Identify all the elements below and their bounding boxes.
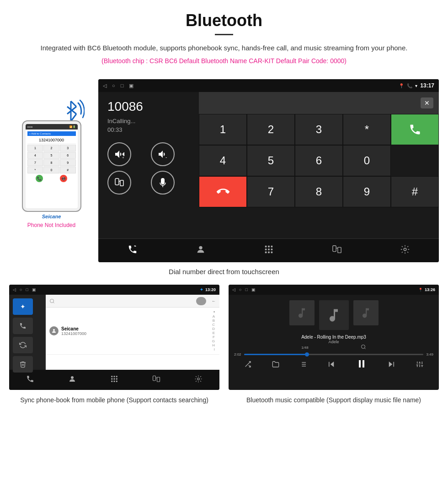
phonebook-screen: ◁ ○ □ ▣ ✦ 13:20 ✦ [9, 285, 219, 390]
pb-contact-row: Seicane 13241007000 * A B C D E F G [46, 308, 219, 355]
pb-nav-back[interactable]: ◁ [13, 287, 16, 292]
svg-rect-21 [271, 252, 272, 254]
music-nav-home[interactable]: ○ [239, 287, 241, 292]
status-time: 13:17 [420, 82, 434, 89]
phonebook-content: ✦ [9, 295, 219, 370]
svg-point-25 [404, 248, 406, 251]
music-progress-fill [244, 354, 307, 355]
pb-bt-btn[interactable]: ✦ [13, 298, 33, 315]
pb-contact-avatar [49, 326, 59, 335]
page-title: Bluetooth [27, 11, 421, 30]
key-star[interactable]: * [343, 114, 391, 145]
music-next-btn[interactable] [387, 360, 395, 370]
car-dialer-content: 10086 InCalling... 00:33 + [98, 92, 439, 238]
key-2[interactable]: 2 [247, 114, 295, 145]
svg-rect-36 [111, 381, 112, 382]
music-folder-btn[interactable] [272, 361, 279, 369]
music-prev-btn[interactable] [327, 360, 336, 370]
dialer-left-panel: 10086 InCalling... 00:33 + [98, 92, 199, 238]
svg-rect-9 [115, 178, 119, 185]
svg-rect-23 [337, 247, 341, 253]
key-4[interactable]: 4 [199, 145, 247, 176]
dialer-input: ✕ [199, 92, 439, 114]
music-caption: Bluetooth music compatible (Support disp… [246, 395, 421, 405]
music-progress-bar[interactable] [244, 354, 424, 355]
key-6[interactable]: 6 [295, 145, 343, 176]
svg-rect-37 [114, 381, 115, 382]
svg-rect-18 [271, 248, 272, 250]
backspace-btn[interactable]: ✕ [421, 97, 433, 108]
music-play-btn[interactable] [356, 358, 367, 372]
music-block: ◁ ○ □ ▣ 📍 13:26 [229, 285, 439, 405]
mute-btn[interactable] [151, 171, 175, 194]
bottom-dialpad-icon[interactable] [256, 241, 281, 260]
pb-bottom-settings[interactable] [191, 371, 206, 389]
svg-rect-56 [363, 360, 364, 367]
phone-not-included-label: Phone Not Included [9, 222, 94, 228]
bottom-contacts-icon[interactable] [188, 241, 213, 260]
pb-delete-btn[interactable] [13, 356, 33, 373]
vol-down-btn[interactable]: - [151, 142, 175, 166]
key-9[interactable]: 9 [343, 176, 391, 207]
seicane-logo: Seicane [9, 214, 94, 219]
music-search-icon[interactable] [361, 344, 366, 351]
music-album-main [319, 300, 349, 330]
dialer-controls: + - [107, 142, 190, 194]
bottom-phone-icon[interactable] [120, 241, 145, 260]
music-nav-more[interactable]: ▣ [251, 287, 256, 292]
pb-bottom-phone[interactable] [22, 371, 38, 389]
pb-bottom-contacts[interactable] [64, 371, 80, 389]
pb-contact-name: Seicane [61, 326, 86, 331]
music-shuffle-btn[interactable] [244, 361, 251, 369]
key-3[interactable]: 3 [295, 114, 343, 145]
key-1[interactable]: 1 [199, 114, 247, 145]
music-current-time: 2:02 [234, 352, 241, 357]
music-nav-back[interactable]: ◁ [232, 287, 235, 292]
svg-text:-: - [165, 155, 167, 160]
music-screen: ◁ ○ □ ▣ 📍 13:26 [229, 285, 439, 390]
main-caption: Dial number direct from touchscreen [0, 262, 448, 285]
bottom-screenshots: ◁ ○ □ ▣ ✦ 13:20 ✦ [0, 285, 448, 405]
nav-more-btn[interactable]: ▣ [129, 83, 133, 89]
pb-nav-recent[interactable]: □ [26, 287, 28, 292]
transfer-btn[interactable] [107, 171, 131, 194]
music-list-btn[interactable] [299, 361, 307, 369]
key-8[interactable]: 8 [295, 176, 343, 207]
phone-screen: 📶 🔋 + Add to Contacts 13241007000 123 45… [26, 124, 78, 208]
pb-bottom-dialpad[interactable] [107, 371, 122, 389]
svg-rect-34 [114, 378, 115, 380]
vol-up-btn[interactable]: + [107, 142, 131, 166]
music-progress: 2:02 3:49 [234, 352, 433, 357]
bottom-settings-icon[interactable] [393, 241, 417, 260]
end-call-btn[interactable] [199, 176, 247, 207]
bottom-transfer-icon[interactable] [325, 241, 349, 260]
svg-marker-53 [331, 362, 334, 367]
nav-home-btn[interactable]: ○ [112, 83, 115, 89]
music-nav-recent[interactable]: □ [245, 287, 247, 292]
phonebook-caption: Sync phone-book from mobile phone (Suppo… [20, 395, 208, 405]
svg-rect-10 [120, 180, 123, 186]
pb-nav-more[interactable]: ▣ [32, 287, 36, 292]
pb-bottom-transfer[interactable] [149, 371, 164, 389]
phone-keypad: 123 456 789 *0# [27, 145, 76, 173]
svg-rect-31 [114, 376, 115, 377]
svg-rect-19 [265, 252, 267, 254]
key-hash[interactable]: # [391, 176, 439, 207]
music-status-bar: ◁ ○ □ ▣ 📍 13:26 [229, 285, 439, 295]
music-controls [234, 358, 433, 372]
svg-point-42 [197, 378, 200, 380]
pb-bt-icon: ✦ [200, 287, 203, 292]
pb-sync-btn[interactable] [13, 337, 33, 353]
nav-recent-btn[interactable]: □ [121, 83, 124, 89]
pb-phone-btn[interactable] [13, 318, 33, 334]
key-7[interactable]: 7 [247, 176, 295, 207]
svg-point-43 [361, 345, 365, 349]
pb-nav-home[interactable]: ○ [20, 287, 22, 292]
music-time: 13:26 [425, 287, 435, 292]
call-btn[interactable] [391, 114, 439, 145]
nav-back-btn[interactable]: ◁ [103, 83, 107, 89]
key-0[interactable]: 0 [343, 145, 391, 176]
page-header: Bluetooth Integrated with BC6 Bluetooth … [0, 0, 448, 79]
music-equalizer-btn[interactable] [416, 361, 423, 369]
key-5[interactable]: 5 [247, 145, 295, 176]
